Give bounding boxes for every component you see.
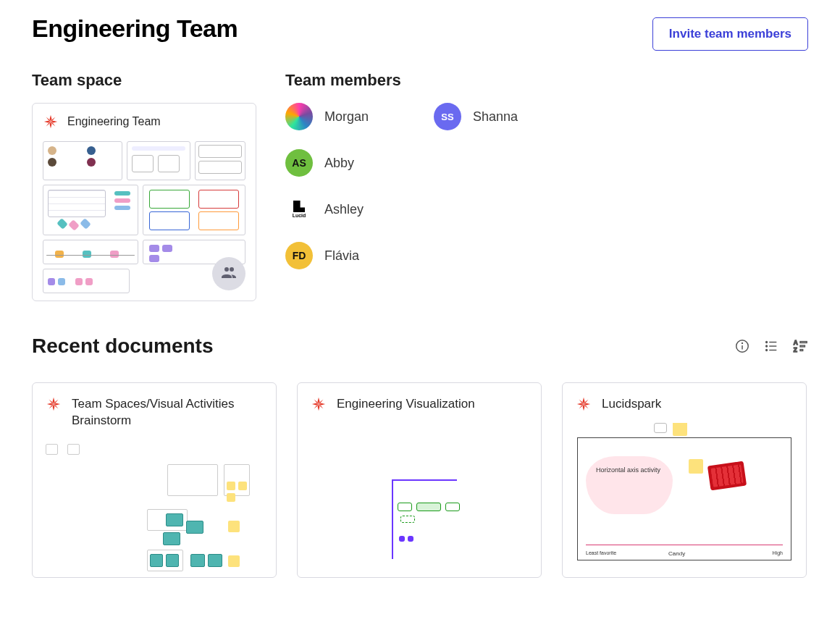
svg-rect-12	[800, 345, 805, 347]
team-space-card-title: Engineering Team	[67, 115, 161, 128]
svg-point-5	[766, 345, 768, 347]
document-card-title: Team Spaces/Visual Activities Brainstorm	[72, 396, 263, 429]
svg-text:Z: Z	[794, 347, 797, 353]
recent-documents-toolbar: AZ	[734, 338, 808, 354]
svg-rect-11	[800, 342, 807, 343]
document-preview	[311, 423, 528, 571]
lucid-logo-icon	[293, 201, 305, 212]
lucidspark-icon	[311, 396, 327, 412]
preview-note-text: Horizontal axis activity	[596, 466, 660, 474]
svg-point-7	[766, 350, 768, 351]
avatar-label: Lucid	[293, 213, 306, 218]
member-name: Flávia	[324, 248, 359, 264]
thumbnail	[143, 185, 245, 235]
team-member[interactable]: FD Flávia	[285, 242, 369, 269]
invite-team-members-button[interactable]: Invite team members	[652, 17, 808, 51]
thumbnail	[127, 141, 190, 180]
team-members-fab[interactable]	[212, 257, 245, 290]
member-name: Shanna	[473, 109, 518, 125]
document-card[interactable]: Lucidspark Horizontal axis activity Leas…	[562, 382, 807, 578]
thumbnail	[43, 269, 130, 293]
recent-documents-heading: Recent documents	[32, 335, 214, 358]
team-member[interactable]: Morgan	[285, 103, 369, 130]
list-view-icon[interactable]	[763, 338, 779, 354]
avatar	[285, 103, 313, 130]
svg-point-2	[742, 343, 743, 343]
sort-alpha-icon[interactable]: AZ	[792, 338, 808, 354]
team-space-card[interactable]: Engineering Team	[32, 103, 256, 301]
people-icon	[220, 264, 238, 284]
member-name: Ashley	[324, 202, 364, 217]
thumbnail	[43, 141, 122, 180]
member-name: Morgan	[324, 109, 369, 125]
svg-text:A: A	[794, 340, 798, 346]
team-space-section: Team space Engineering Team	[32, 71, 256, 301]
lucidspark-icon	[46, 396, 62, 412]
document-card[interactable]: Engineering Visualization	[297, 382, 542, 578]
info-icon[interactable]	[734, 338, 750, 354]
avatar: FD	[285, 242, 313, 269]
team-member[interactable]: SS Shanna	[434, 103, 518, 130]
team-member[interactable]: AS Abby	[285, 149, 369, 177]
team-member[interactable]: Lucid Ashley	[285, 196, 369, 223]
document-preview: Horizontal axis activity Least favorite …	[576, 423, 793, 571]
lucidspark-icon	[43, 114, 59, 130]
svg-point-3	[766, 342, 768, 343]
member-name: Abby	[324, 156, 354, 171]
preview-axis-left: Least favorite	[586, 550, 616, 555]
team-space-heading: Team space	[32, 71, 256, 90]
lucidspark-icon	[576, 396, 592, 412]
page-title: Engineering Team	[32, 14, 238, 43]
team-members-section: Team members Morgan AS Abby Lucid Ashley	[285, 71, 518, 301]
avatar: AS	[285, 149, 313, 177]
preview-axis-right: High	[773, 550, 783, 555]
thumbnail	[43, 185, 138, 235]
document-card-title: Lucidspark	[602, 396, 661, 413]
document-preview	[46, 440, 263, 571]
avatar: Lucid	[285, 196, 313, 223]
preview-axis-center: Candy	[668, 550, 685, 557]
document-card-title: Engineering Visualization	[337, 396, 475, 413]
team-members-heading: Team members	[285, 71, 518, 90]
avatar: SS	[434, 103, 461, 130]
thumbnail	[43, 240, 138, 264]
thumbnail	[195, 141, 245, 180]
svg-rect-13	[800, 350, 803, 351]
document-card[interactable]: Team Spaces/Visual Activities Brainstorm	[32, 382, 277, 578]
